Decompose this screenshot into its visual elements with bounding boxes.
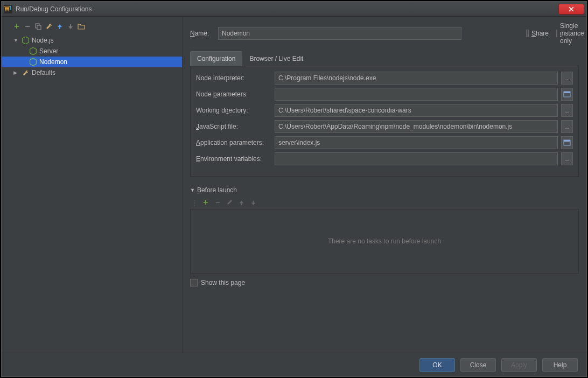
configurations-panel: + − ▼ [2, 17, 183, 353]
tree-node-nodejs[interactable]: ▼ Node.js [2, 35, 182, 46]
browse-working-dir-button[interactable]: … [561, 104, 573, 117]
before-launch-header[interactable]: ▼ Before launch [190, 186, 579, 194]
window-close-button[interactable] [558, 4, 584, 15]
nodejs-icon [29, 47, 37, 55]
remove-config-button[interactable]: − [23, 22, 32, 31]
window-title: Run/Debug Configurations [16, 5, 92, 13]
collapse-arrow-icon: ▼ [190, 187, 195, 193]
node-parameters-input[interactable] [275, 88, 558, 101]
folder-button[interactable] [77, 22, 86, 31]
show-this-page-box[interactable] [190, 279, 198, 286]
edit-defaults-button[interactable] [45, 22, 53, 31]
tab-browser-live-edit[interactable]: Browser / Live Edit [242, 51, 310, 66]
edit-env-vars-button[interactable]: … [561, 152, 573, 165]
application-parameters-label: Application parameters: [196, 139, 271, 146]
apply-button[interactable]: Apply [501, 358, 537, 372]
nodejs-icon [29, 58, 37, 66]
name-input[interactable] [218, 27, 461, 40]
svg-rect-2 [37, 25, 41, 30]
single-instance-label: Single instance only [560, 22, 584, 45]
webstorm-icon [4, 5, 12, 13]
working-directory-input[interactable] [275, 104, 558, 117]
dialog-window: Run/Debug Configurations + − [1, 1, 587, 377]
node-parameters-label: Node parameters: [196, 90, 271, 98]
tree-node-server[interactable]: Server [2, 46, 182, 57]
expand-app-params-button[interactable] [561, 136, 573, 149]
show-this-page-checkbox[interactable]: Show this page [190, 279, 579, 286]
help-button[interactable]: Help [542, 358, 578, 372]
wrench-icon [21, 69, 30, 76]
titlebar: Run/Debug Configurations [2, 2, 586, 17]
dialog-footer: OK Close Apply Help [2, 353, 586, 376]
config-editor-panel: Name: Share Single instance only Configu… [183, 17, 586, 353]
move-task-down-button[interactable] [249, 198, 257, 207]
move-down-button[interactable] [66, 22, 75, 31]
share-checkbox-box[interactable] [526, 30, 529, 37]
working-directory-label: Working directory: [196, 107, 271, 114]
empty-tasks-text: There are no tasks to run before launch [328, 237, 441, 245]
tree-label: Server [39, 47, 58, 55]
svg-rect-4 [564, 92, 570, 93]
config-tree: ▼ Node.js Server Nodemon [2, 35, 182, 353]
application-parameters-input[interactable] [275, 136, 558, 149]
configuration-form: Node interpreter: … Node parameters: Wor… [190, 66, 579, 177]
nodejs-icon [21, 37, 30, 44]
expand-node-params-button[interactable] [561, 88, 573, 101]
node-interpreter-input[interactable] [275, 72, 558, 85]
name-label: Name: [190, 30, 213, 37]
tree-label: Nodemon [39, 58, 67, 66]
share-label: Share [531, 30, 549, 37]
environment-variables-label: Environment variables: [196, 155, 271, 163]
tab-configuration[interactable]: Configuration [190, 51, 242, 66]
single-instance-checkbox[interactable]: Single instance only [556, 22, 579, 45]
browse-interpreter-button[interactable]: … [561, 72, 573, 85]
environment-variables-input[interactable] [275, 152, 558, 165]
tree-label: Node.js [32, 37, 54, 44]
tab-bar: Configuration Browser / Live Edit [190, 51, 579, 66]
before-launch-title: Before launch [197, 186, 237, 194]
expand-arrow-icon: ▼ [13, 38, 21, 43]
grip-icon: ⋮ [191, 199, 198, 207]
tree-label: Defaults [32, 69, 55, 76]
tree-node-defaults[interactable]: ▶ Defaults [2, 67, 182, 78]
move-task-up-button[interactable] [237, 198, 246, 207]
share-checkbox[interactable]: Share [526, 30, 549, 37]
javascript-file-input[interactable] [275, 120, 558, 133]
before-launch-section: ▼ Before launch ⋮ + − [190, 186, 579, 274]
add-config-button[interactable]: + [12, 22, 21, 31]
add-task-button[interactable]: + [201, 198, 210, 207]
show-this-page-label: Show this page [201, 279, 245, 286]
edit-task-button[interactable] [225, 198, 234, 207]
copy-config-button[interactable] [34, 22, 43, 31]
javascript-file-label: JavaScript file: [196, 123, 271, 130]
ok-button[interactable]: OK [419, 358, 455, 372]
dialog-content: + − ▼ [2, 17, 586, 353]
tree-node-nodemon[interactable]: Nodemon [2, 57, 182, 67]
before-launch-tasks-list: There are no tasks to run before launch [190, 209, 579, 274]
move-up-button[interactable] [55, 22, 64, 31]
single-instance-checkbox-box[interactable] [556, 30, 557, 37]
remove-task-button[interactable]: − [213, 198, 222, 207]
browse-js-file-button[interactable]: … [561, 120, 573, 133]
close-button[interactable]: Close [460, 358, 496, 372]
config-toolbar: + − [2, 20, 182, 35]
svg-rect-6 [564, 140, 570, 142]
name-row: Name: Share Single instance only [190, 22, 579, 45]
before-launch-toolbar: ⋮ + − [190, 196, 579, 209]
node-interpreter-label: Node interpreter: [196, 74, 271, 82]
collapse-arrow-icon: ▶ [13, 70, 21, 75]
